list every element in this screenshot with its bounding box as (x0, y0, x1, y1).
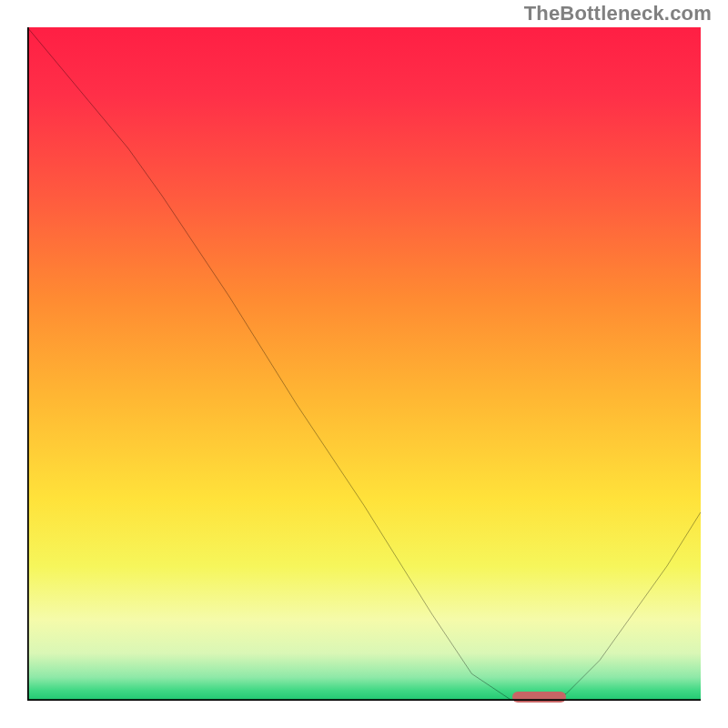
optimal-marker (512, 692, 566, 703)
chart-container: TheBottleneck.com (0, 0, 728, 728)
watermark-text: TheBottleneck.com (524, 2, 712, 25)
background-gradient (27, 27, 701, 701)
plot-area (27, 27, 701, 701)
svg-rect-0 (27, 27, 701, 701)
